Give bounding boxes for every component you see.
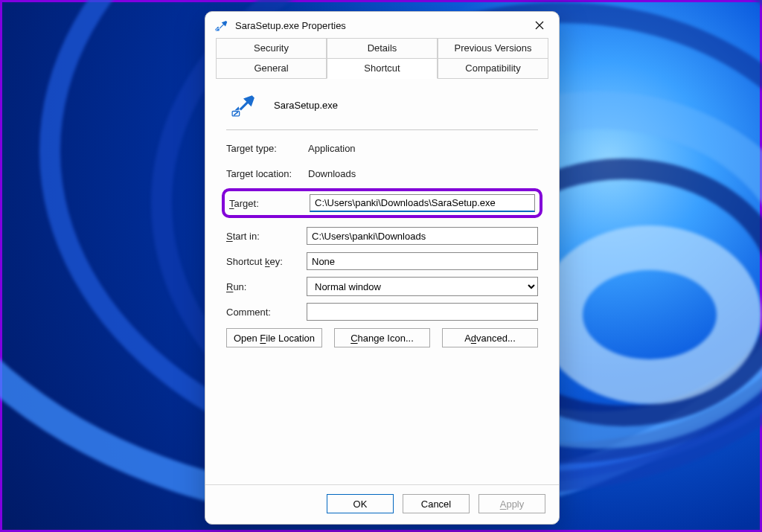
label-target-type: Target type: <box>226 143 307 154</box>
app-shortcut-icon <box>231 92 256 118</box>
tab-general[interactable]: General <box>216 58 327 79</box>
shortcut-icon <box>214 19 228 32</box>
target-row-highlight: Target: <box>222 188 542 218</box>
ok-button[interactable]: OK <box>327 494 394 513</box>
desktop-background: SaraSetup.exe Properties Security Detail… <box>0 0 762 532</box>
dialog-footer: OK Cancel Apply <box>205 484 559 524</box>
value-target-type: Application <box>307 143 538 154</box>
divider <box>226 129 538 130</box>
titlebar[interactable]: SaraSetup.exe Properties <box>205 12 559 39</box>
start-in-input[interactable] <box>307 227 538 245</box>
tab-details[interactable]: Details <box>327 38 438 59</box>
shortcut-key-input[interactable] <box>307 252 538 270</box>
change-icon-button[interactable]: Change Icon... <box>334 328 430 347</box>
label-target-location: Target location: <box>226 168 307 179</box>
filename-label: SaraSetup.exe <box>274 100 338 111</box>
target-input[interactable] <box>310 194 535 212</box>
cancel-button[interactable]: Cancel <box>403 494 470 513</box>
comment-input[interactable] <box>307 303 538 321</box>
run-select[interactable]: Normal window <box>307 277 538 296</box>
label-shortcut-key: Shortcut key: <box>226 256 307 267</box>
tabs: Security Details Previous Versions Gener… <box>205 39 559 355</box>
tab-previous-versions[interactable]: Previous Versions <box>438 38 548 59</box>
tab-panel-shortcut: SaraSetup.exe Target type: Application T… <box>216 79 548 355</box>
label-target: Target: <box>229 198 310 209</box>
advanced-button[interactable]: Advanced... <box>442 328 538 347</box>
apply-button[interactable]: Apply <box>478 494 545 513</box>
open-file-location-button[interactable]: Open File Location <box>226 328 322 347</box>
tab-security[interactable]: Security <box>216 38 327 59</box>
tab-shortcut[interactable]: Shortcut <box>327 58 438 79</box>
window-title: SaraSetup.exe Properties <box>235 20 523 31</box>
value-target-location: Downloads <box>307 168 538 179</box>
properties-dialog: SaraSetup.exe Properties Security Detail… <box>205 11 560 525</box>
close-button[interactable] <box>523 13 556 37</box>
label-comment: Comment: <box>226 307 307 318</box>
label-start-in: Start in: <box>226 231 307 242</box>
label-run: Run: <box>226 281 307 292</box>
tab-compatibility[interactable]: Compatibility <box>438 58 548 79</box>
